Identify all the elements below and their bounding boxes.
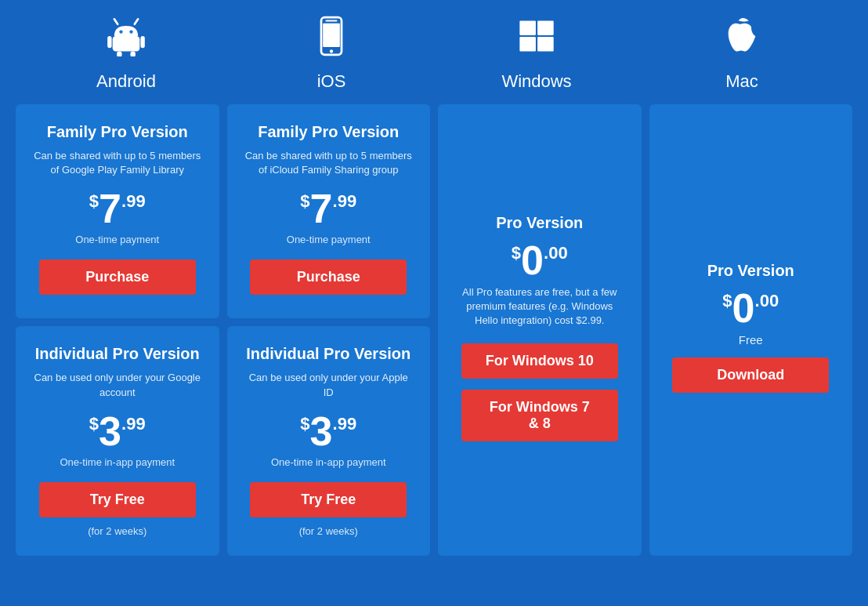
mac-price-main: 0 bbox=[732, 288, 755, 328]
ios-family-dollar: $ bbox=[300, 191, 309, 212]
ios-family-title: Family Pro Version bbox=[258, 123, 399, 141]
ios-family-price-main: 7 bbox=[310, 188, 333, 229]
cards-grid: Family Pro Version Can be shared with up… bbox=[16, 104, 852, 556]
ios-individual-tryfree-button[interactable]: Try Free bbox=[250, 482, 407, 517]
windows-price-cents: .00 bbox=[544, 243, 568, 263]
android-family-purchase-button[interactable]: Purchase bbox=[39, 259, 196, 295]
ios-individual-card: Individual Pro Version Can be used only … bbox=[227, 326, 431, 555]
android-individual-title: Individual Pro Version bbox=[35, 345, 200, 363]
android-label: Android bbox=[96, 71, 156, 92]
ios-family-card: Family Pro Version Can be shared with up… bbox=[227, 104, 431, 318]
windows-card: Pro Version $ 0 .00 All Pro features are… bbox=[438, 104, 642, 556]
windows-label: Windows bbox=[501, 71, 571, 92]
android-family-price-main: 7 bbox=[99, 188, 121, 229]
android-family-title: Family Pro Version bbox=[47, 123, 188, 141]
svg-rect-10 bbox=[325, 20, 337, 21]
android-individual-price-cents: .99 bbox=[121, 414, 146, 434]
ios-label: iOS bbox=[317, 71, 346, 92]
svg-point-2 bbox=[119, 30, 122, 33]
windows10-button[interactable]: For Windows 10 bbox=[461, 343, 618, 379]
svg-point-11 bbox=[330, 49, 333, 53]
windows78-button[interactable]: For Windows 7 & 8 bbox=[461, 390, 618, 441]
platform-ios: iOS bbox=[229, 16, 434, 92]
svg-rect-16 bbox=[537, 37, 554, 51]
svg-rect-14 bbox=[537, 21, 554, 35]
android-family-price: $ 7 .99 bbox=[89, 188, 146, 229]
android-individual-description: Can be used only under your Google accou… bbox=[31, 371, 204, 399]
svg-rect-8 bbox=[130, 52, 136, 57]
android-individual-price: $ 3 .99 bbox=[89, 411, 146, 452]
ios-individual-title: Individual Pro Version bbox=[246, 345, 410, 363]
mac-price-cents: .00 bbox=[755, 291, 779, 311]
svg-line-0 bbox=[114, 19, 118, 24]
android-family-card: Family Pro Version Can be shared with up… bbox=[16, 104, 219, 318]
mac-icon bbox=[722, 16, 762, 65]
windows-dollar: $ bbox=[512, 243, 521, 263]
android-individual-dollar: $ bbox=[89, 414, 99, 434]
ios-individual-try-note: (for 2 weeks) bbox=[299, 525, 358, 537]
android-family-price-cents: .99 bbox=[121, 191, 146, 212]
ios-family-payment-label: One-time payment bbox=[287, 234, 371, 245]
svg-rect-15 bbox=[519, 37, 536, 51]
ios-individual-dollar: $ bbox=[300, 414, 309, 434]
svg-rect-6 bbox=[140, 36, 144, 48]
ios-individual-description: Can be used only under your Apple ID bbox=[243, 371, 415, 399]
android-family-payment-label: One-time payment bbox=[75, 234, 159, 245]
mac-label: Mac bbox=[725, 71, 758, 92]
windows-price-main: 0 bbox=[521, 240, 544, 281]
ios-individual-price-main: 3 bbox=[310, 411, 333, 452]
mac-price: $ 0 .00 bbox=[722, 288, 779, 328]
platforms-row: Android iOS bbox=[16, 16, 852, 92]
windows-title: Pro Version bbox=[496, 214, 583, 232]
svg-rect-7 bbox=[117, 52, 122, 57]
mac-title: Pro Version bbox=[707, 262, 794, 280]
ios-icon bbox=[311, 16, 352, 65]
svg-rect-5 bbox=[107, 36, 111, 48]
ios-individual-payment-label: One-time in-app payment bbox=[271, 456, 386, 468]
android-icon bbox=[106, 16, 146, 65]
ios-family-purchase-button[interactable]: Purchase bbox=[250, 259, 407, 295]
android-family-dollar: $ bbox=[89, 191, 99, 212]
ios-family-description: Can be shared with up to 5 members of iC… bbox=[243, 149, 415, 177]
platform-mac: Mac bbox=[639, 16, 844, 92]
svg-line-1 bbox=[135, 19, 138, 24]
android-individual-price-main: 3 bbox=[99, 411, 121, 452]
svg-rect-13 bbox=[519, 21, 536, 35]
ios-family-price: $ 7 .99 bbox=[300, 188, 356, 229]
windows-button-group: For Windows 10 For Windows 7 & 8 bbox=[454, 343, 626, 446]
mac-download-button[interactable]: Download bbox=[672, 357, 829, 393]
windows-description: All Pro features are free, but a few pre… bbox=[454, 285, 626, 328]
android-individual-payment-label: One-time in-app payment bbox=[60, 456, 175, 468]
ios-family-price-cents: .99 bbox=[333, 191, 357, 212]
android-individual-try-note: (for 2 weeks) bbox=[88, 525, 146, 537]
android-family-description: Can be shared with up to 5 members of Go… bbox=[31, 149, 204, 177]
mac-card: Pro Version $ 0 .00 Free Download bbox=[649, 104, 853, 556]
ios-individual-price-cents: .99 bbox=[333, 414, 357, 434]
mac-free-label: Free bbox=[739, 333, 763, 347]
android-individual-card: Individual Pro Version Can be used only … bbox=[16, 326, 219, 555]
svg-point-3 bbox=[129, 30, 132, 33]
windows-icon bbox=[516, 16, 557, 65]
windows-price: $ 0 .00 bbox=[512, 240, 568, 281]
mac-dollar: $ bbox=[722, 291, 732, 311]
android-individual-tryfree-button[interactable]: Try Free bbox=[39, 482, 196, 517]
main-container: Android iOS bbox=[16, 16, 852, 556]
platform-windows: Windows bbox=[434, 16, 639, 92]
ios-individual-price: $ 3 .99 bbox=[300, 411, 356, 452]
platform-android: Android bbox=[24, 16, 229, 92]
svg-rect-4 bbox=[113, 36, 140, 52]
svg-rect-12 bbox=[323, 24, 340, 47]
